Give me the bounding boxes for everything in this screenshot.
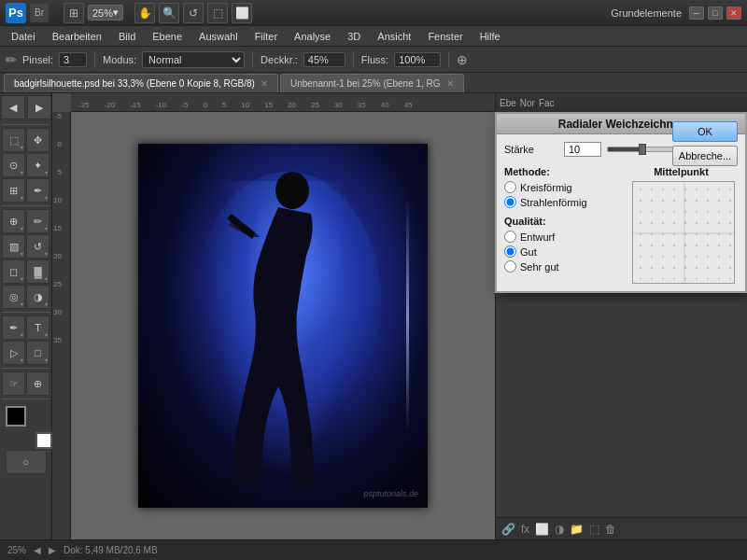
menu-hilfe[interactable]: Hilfe bbox=[472, 29, 508, 44]
svg-point-70 bbox=[696, 267, 698, 269]
svg-point-76 bbox=[662, 278, 664, 280]
healing-tool[interactable]: ⊕▾ bbox=[2, 209, 25, 233]
svg-point-11 bbox=[640, 200, 641, 202]
fluss-input[interactable] bbox=[394, 52, 441, 67]
svg-point-54 bbox=[718, 245, 720, 246]
svg-point-32 bbox=[673, 222, 675, 224]
mittelpunkt-canvas[interactable] bbox=[632, 181, 735, 284]
tab-0-close[interactable]: ✕ bbox=[261, 78, 268, 89]
qualitaet-sehrgut-radio[interactable] bbox=[504, 260, 516, 273]
menu-filter[interactable]: Filter bbox=[247, 29, 285, 44]
hand-tool[interactable]: ☞ bbox=[2, 371, 25, 396]
svg-point-38 bbox=[640, 233, 641, 235]
path-select-tool[interactable]: ▷▾ bbox=[2, 341, 25, 365]
tool-row-4: ⊕▾ ✏▾ bbox=[2, 209, 49, 233]
panel-toggle-right[interactable]: ▶ bbox=[27, 95, 51, 119]
brush-size-input[interactable] bbox=[59, 52, 87, 67]
lasso-tool[interactable]: ⊙▾ bbox=[2, 153, 25, 177]
clone-tool[interactable]: ▨▾ bbox=[2, 234, 25, 259]
move-tool[interactable]: ✥ bbox=[26, 128, 49, 152]
quick-mask-tool[interactable]: ○ bbox=[6, 450, 47, 474]
layers-group-icon[interactable]: 📁 bbox=[570, 523, 584, 536]
deckkraft-input[interactable] bbox=[303, 52, 345, 67]
zoom-control[interactable]: 25%▾ bbox=[88, 5, 123, 21]
svg-point-34 bbox=[696, 222, 698, 224]
hand-tool-icon[interactable]: ✋ bbox=[134, 3, 155, 23]
tool-row-2: ⊙▾ ✦▾ bbox=[2, 153, 49, 177]
layers-link-icon[interactable]: 🔗 bbox=[501, 523, 515, 536]
menubar: Datei Bearbeiten Bild Ebene Auswahl Filt… bbox=[0, 26, 747, 47]
svg-point-16 bbox=[696, 200, 698, 202]
modus-select[interactable]: Normal Multiplizieren Negativ multiplizi… bbox=[142, 51, 245, 68]
zoom-tool-icon[interactable]: 🔍 bbox=[159, 3, 179, 23]
svg-point-30 bbox=[651, 222, 653, 224]
strength-input[interactable] bbox=[564, 142, 601, 157]
crop-tool[interactable]: ⊞▾ bbox=[2, 178, 25, 203]
magic-wand-tool[interactable]: ✦▾ bbox=[26, 153, 49, 177]
layers-delete-icon[interactable]: 🗑 bbox=[605, 523, 616, 536]
svg-point-26 bbox=[707, 211, 709, 213]
svg-point-8 bbox=[707, 189, 709, 190]
dodge-tool[interactable]: ◑▾ bbox=[26, 285, 49, 309]
arrangement-icon[interactable]: ⬜ bbox=[232, 3, 252, 23]
menu-fenster[interactable]: Fenster bbox=[420, 29, 470, 44]
menu-3d[interactable]: 3D bbox=[340, 29, 368, 44]
svg-point-5 bbox=[673, 189, 675, 190]
svg-point-81 bbox=[718, 278, 720, 280]
qualitaet-entwurf-row: Entwurf bbox=[504, 231, 617, 243]
svg-point-44 bbox=[707, 233, 709, 235]
menu-ansicht[interactable]: Ansicht bbox=[370, 29, 418, 44]
minimize-button[interactable]: ─ bbox=[689, 7, 704, 20]
layers-fx-icon[interactable]: fx bbox=[521, 523, 529, 536]
gradient-tool[interactable]: ▓▾ bbox=[26, 259, 49, 284]
cancel-button[interactable]: Abbreche... bbox=[672, 146, 738, 166]
blur-dialog: Radialer Weichzeichner Stärke Methode: K… bbox=[495, 112, 747, 293]
tab-0[interactable]: badgirlsilhouette.psd bei 33,3% (Ebene 0… bbox=[4, 74, 278, 92]
menu-bearbeiten[interactable]: Bearbeiten bbox=[45, 29, 109, 44]
menu-auswahl[interactable]: Auswahl bbox=[191, 29, 246, 44]
foreground-color[interactable] bbox=[6, 406, 26, 427]
pressure-icon[interactable]: ⊕ bbox=[457, 52, 468, 67]
panel-toggle-left[interactable]: ◀ bbox=[1, 95, 25, 119]
shape-tool[interactable]: □▾ bbox=[26, 341, 49, 365]
qualitaet-entwurf-radio[interactable] bbox=[504, 231, 516, 243]
tab-1-close[interactable]: ✕ bbox=[446, 78, 454, 89]
layout-icon[interactable]: ⬚ bbox=[207, 3, 228, 23]
layers-adj-icon[interactable]: ◑ bbox=[555, 523, 564, 536]
methode-kreisfoermig-row: Kreisförmig bbox=[504, 181, 617, 193]
status-nav-right[interactable]: ▶ bbox=[49, 545, 56, 555]
methode-kreisfoermig-radio[interactable] bbox=[504, 181, 516, 193]
menu-analyse[interactable]: Analyse bbox=[287, 29, 338, 44]
tab-1[interactable]: Unbenannt-1 bei 25% (Ebene 1, RG ✕ bbox=[280, 74, 464, 92]
eyedropper-tool[interactable]: ✒▾ bbox=[26, 178, 49, 203]
methode-strahlenfoermig-radio[interactable] bbox=[504, 196, 516, 208]
svg-point-52 bbox=[696, 245, 698, 246]
close-button[interactable]: ✕ bbox=[726, 7, 741, 20]
menu-datei[interactable]: Datei bbox=[4, 29, 43, 44]
layers-mask-icon[interactable]: ⬜ bbox=[535, 523, 549, 536]
ok-button[interactable]: OK bbox=[672, 121, 738, 142]
grid-icon[interactable]: ⊞ bbox=[63, 3, 84, 23]
canvas-image[interactable]: psptutorials.de bbox=[138, 144, 428, 508]
brush-tool[interactable]: ✏▾ bbox=[26, 209, 49, 233]
history-brush[interactable]: ↺▾ bbox=[26, 234, 49, 259]
qualitaet-gut-radio[interactable] bbox=[504, 245, 516, 258]
text-tool[interactable]: T▾ bbox=[26, 315, 49, 340]
menu-bild[interactable]: Bild bbox=[111, 29, 143, 44]
qualitaet-sehrgut-label: Sehr gut bbox=[520, 261, 559, 273]
zoom-tool[interactable]: ⊕ bbox=[26, 371, 49, 396]
layers-new-icon[interactable]: ⬚ bbox=[589, 523, 599, 536]
marquee-tool[interactable]: ⬚▾ bbox=[2, 128, 25, 152]
pen-tool[interactable]: ✒▾ bbox=[2, 315, 25, 340]
eraser-tool[interactable]: ◻▾ bbox=[2, 259, 25, 284]
panel-header-label2: Nor bbox=[520, 98, 535, 108]
br-icon[interactable]: Br bbox=[30, 4, 49, 22]
svg-point-7 bbox=[696, 189, 698, 190]
status-nav-left[interactable]: ◀ bbox=[34, 545, 41, 555]
restore-button[interactable]: □ bbox=[708, 7, 723, 20]
menu-ebene[interactable]: Ebene bbox=[145, 29, 190, 44]
app-title: Grundelemente bbox=[611, 7, 682, 19]
rotate-icon[interactable]: ↺ bbox=[183, 3, 204, 23]
blur-tool[interactable]: ◎▾ bbox=[2, 285, 25, 309]
background-color[interactable] bbox=[35, 432, 52, 449]
